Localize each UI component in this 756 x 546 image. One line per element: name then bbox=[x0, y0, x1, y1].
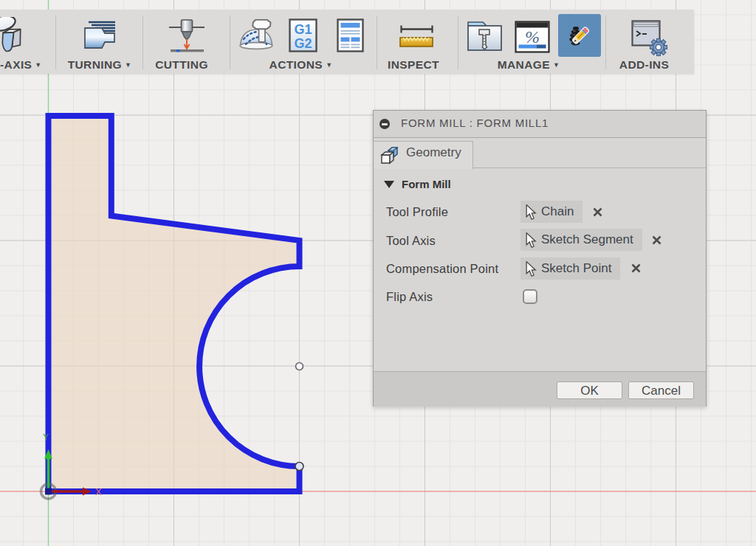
svg-text:G2: G2 bbox=[294, 36, 312, 51]
svg-text:G1: G1 bbox=[294, 22, 312, 37]
svg-text:%: % bbox=[525, 27, 540, 46]
svg-text:Y: Y bbox=[43, 432, 49, 443]
svg-text:X: X bbox=[95, 486, 102, 497]
